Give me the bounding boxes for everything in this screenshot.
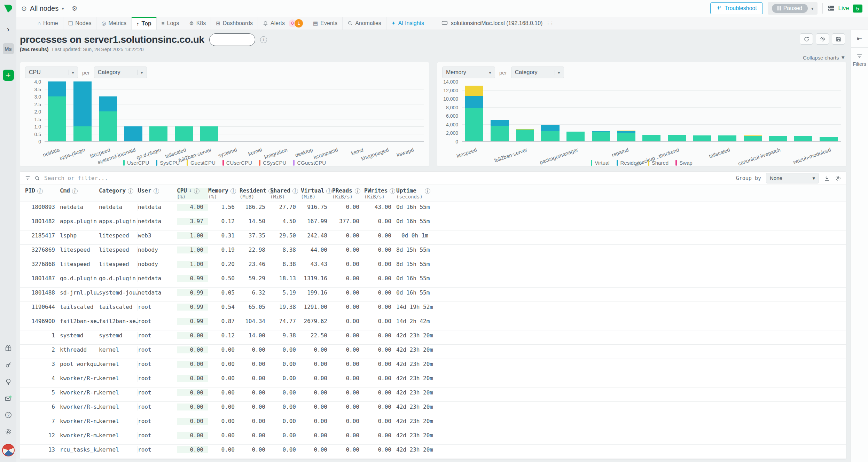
scope-settings-gear-icon[interactable]: ⚙	[72, 5, 78, 13]
column-header-cpu[interactable]: CPU(%)↓i	[177, 188, 208, 199]
table-row[interactable]: 2185417lsphplitespeedweb31.000.3137.3529…	[20, 230, 846, 245]
bar-ksmd[interactable]	[348, 82, 374, 141]
legend-CUserCPU[interactable]: CUserCPU	[222, 160, 252, 166]
info-icon[interactable]: i	[326, 188, 332, 194]
search-input[interactable]	[44, 175, 736, 181]
cpu-per-category-chart[interactable]: 00.51.01.52.02.53.03.54.0netdataapps.plu…	[25, 82, 424, 166]
table-row[interactable]: 3276868litespeedlitespeednobody1.000.202…	[20, 259, 846, 273]
info-icon[interactable]: i	[390, 188, 395, 194]
column-header-virtual[interactable]: Virtual(MiB)i	[301, 188, 332, 199]
legend-CSysCPU[interactable]: CSysCPU	[259, 160, 287, 166]
legend-Virtual[interactable]: Virtual	[591, 160, 609, 166]
legend-UserCPU[interactable]: UserCPU	[123, 160, 149, 166]
column-header-user[interactable]: Useri	[138, 188, 177, 194]
bar-kernel[interactable]	[247, 82, 272, 141]
download-icon[interactable]	[824, 175, 830, 181]
table-row[interactable]: 14rcu_tasks_r…kernelroot0.000.000.000.00…	[20, 459, 846, 460]
bar-kswapd[interactable]	[399, 82, 424, 141]
netdata-logo-icon[interactable]	[3, 3, 14, 15]
bar-rspamd[interactable]	[613, 82, 639, 141]
tab-k8s[interactable]: ☸K8s	[184, 17, 211, 30]
bar-litespeed[interactable]	[95, 82, 120, 141]
bar-unlabeled[interactable]	[538, 82, 563, 141]
bar-systemd[interactable]	[222, 82, 247, 141]
info-icon[interactable]: i	[260, 36, 267, 43]
plot-area[interactable]	[462, 82, 841, 142]
table-row[interactable]: 2kthreaddkernelroot0.000.000.000.000.000…	[20, 345, 846, 359]
sidebar-expand-icon[interactable]: ›	[7, 25, 9, 34]
bar-kmigration[interactable]	[272, 82, 298, 141]
tab-dashboards[interactable]: ⊞Dashboards	[211, 17, 258, 30]
bar-packagemanager[interactable]	[563, 82, 588, 141]
tab-ai-insights[interactable]: ✦AI Insights	[386, 17, 429, 30]
tab-metrics[interactable]: ◎Metrics	[96, 17, 132, 30]
table-row[interactable]: 6kworker/R-s…kernelroot0.000.000.000.000…	[20, 402, 846, 416]
groupby-select-cpu[interactable]: Category ▾	[94, 66, 147, 78]
metric-select-memory[interactable]: Memory ▾	[442, 66, 495, 78]
tab-logs[interactable]: ≡Logs	[157, 17, 184, 30]
table-row[interactable]: 1801487go.d.plugingo.d.pluginnetdata0.99…	[20, 273, 846, 288]
tab-anomalies[interactable]: Anomalies	[343, 17, 386, 30]
refresh-button[interactable]	[800, 33, 813, 45]
bar-fail2ban-server[interactable]	[196, 82, 222, 141]
bar-apps.plugin[interactable]	[70, 82, 95, 141]
column-header-uptime[interactable]: Uptime(seconds)i	[396, 188, 433, 199]
table-row[interactable]: 12kworker/R-m…kernelroot0.000.000.000.00…	[20, 430, 846, 445]
bar-systemd-journald[interactable]	[120, 82, 146, 141]
add-space-button[interactable]: +	[3, 70, 14, 81]
node-scope-picker[interactable]: ⊙ All nodes ▾	[21, 5, 64, 13]
help-icon[interactable]: ?	[4, 410, 13, 420]
drag-grip-icon[interactable]: ⋮⋮	[546, 21, 553, 26]
key-icon[interactable]	[4, 360, 13, 369]
tab-home[interactable]: ⌂Home	[33, 17, 63, 30]
filters-toggle[interactable]: Filters	[853, 53, 866, 67]
bar-unlabeled[interactable]	[487, 82, 513, 141]
bar-tailscaled[interactable]	[715, 82, 740, 141]
column-header-shared[interactable]: Shared(MiB)i	[270, 188, 301, 199]
tab-alerts[interactable]: Alerts01	[258, 17, 308, 30]
table-row[interactable]: 4kworker/R-r…kernelroot0.000.000.000.000…	[20, 373, 846, 387]
plot-area[interactable]	[45, 82, 424, 142]
info-icon[interactable]: i	[128, 188, 133, 194]
info-icon[interactable]: i	[154, 188, 159, 194]
paused-pill[interactable]: Paused	[772, 4, 808, 13]
table-row[interactable]: 1800893netdatanetdatanetdata4.001.56186.…	[20, 202, 846, 216]
column-header-category[interactable]: Categoryi	[99, 188, 138, 194]
table-row[interactable]: 1496900fail2ban-se…fail2ban-se…root0.990…	[20, 316, 846, 330]
tab-nodes[interactable]: ❏Nodes	[63, 17, 97, 30]
bar-kcompactd[interactable]	[323, 82, 348, 141]
table-row[interactable]: 1190644tailscaledtailscaledroot0.990.546…	[20, 302, 846, 316]
bar-wazuh-modulesd[interactable]	[816, 82, 841, 141]
table-row[interactable]: 1801482apps.pluginapps.pluginnetdata3.97…	[20, 216, 846, 230]
bar-go.d.plugin[interactable]	[146, 82, 171, 141]
column-header-cmd[interactable]: Cmdi	[60, 188, 99, 194]
bar-tailscaled[interactable]	[171, 82, 196, 141]
chevron-down-icon[interactable]: ▾	[811, 6, 814, 11]
live-nodes-indicator[interactable]: Live 5	[828, 5, 862, 13]
bar-urbackup...tbackend[interactable]	[664, 82, 689, 141]
playback-control[interactable]: Paused ▾	[768, 2, 818, 15]
bar-unlabeled[interactable]	[740, 82, 765, 141]
legend-CGuestCPU[interactable]: CGuestCPU	[293, 160, 326, 166]
support-chat-avatar[interactable]	[2, 444, 15, 456]
info-icon[interactable]: i	[230, 188, 236, 194]
table-row[interactable]: 3276869litespeedlitespeednobody1.000.192…	[20, 245, 846, 259]
info-icon[interactable]: i	[194, 188, 200, 194]
bar-litespeed[interactable]	[462, 82, 487, 141]
collapse-rail-icon[interactable]: ⇤	[857, 35, 862, 42]
table-row[interactable]: 3pool_workqu…kernelroot0.000.000.000.000…	[20, 359, 846, 373]
legend-SysCPU[interactable]: SysCPU	[156, 160, 180, 166]
info-icon[interactable]: i	[425, 188, 430, 194]
chart-settings-button[interactable]	[816, 33, 829, 45]
column-header-memory[interactable]: Memory(%)i	[208, 188, 240, 199]
legend-GuestCPU[interactable]: GuestCPU	[187, 160, 216, 166]
tab-top[interactable]: ↑Top	[132, 17, 157, 30]
inbox-icon[interactable]	[4, 394, 13, 403]
space-avatar[interactable]: Ms	[3, 43, 14, 54]
bar-unlabeled[interactable]	[689, 82, 715, 141]
collapse-charts-link[interactable]: Collapse charts ▾	[803, 54, 844, 61]
table-settings-gear-icon[interactable]	[835, 175, 841, 181]
bar-unlabeled[interactable]	[791, 82, 816, 141]
bar-khugepaged[interactable]	[374, 82, 399, 141]
column-header-resident[interactable]: Resident(MiB)i	[240, 188, 270, 199]
